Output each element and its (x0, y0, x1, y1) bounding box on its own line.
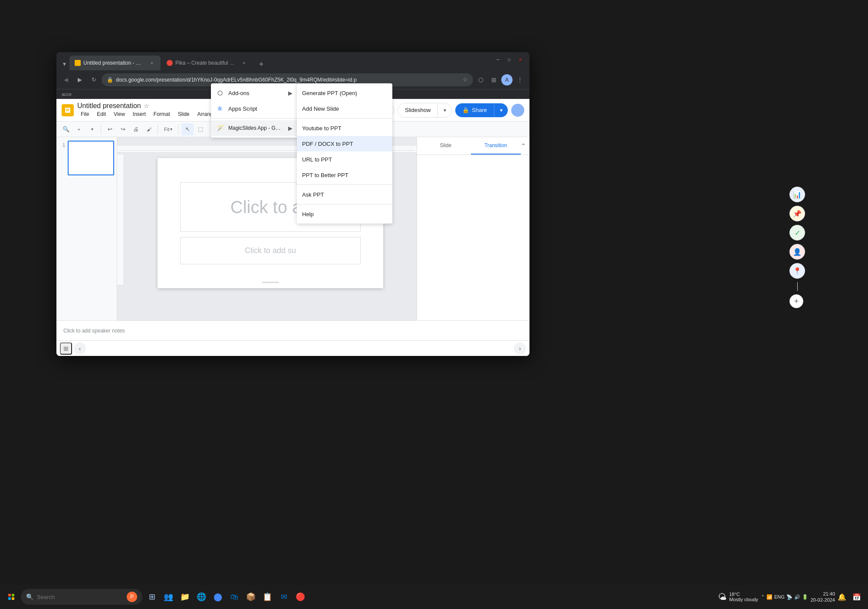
slides-tab-title: Untitled presentation - Google (83, 60, 144, 66)
url-ppt-label: URL to PPT (302, 156, 332, 163)
search-input[interactable] (37, 594, 123, 600)
slideshow-dropdown-button[interactable]: ▾ (437, 103, 451, 117)
generate-ppt-item[interactable]: Generate PPT (Open) (297, 85, 392, 101)
speaker-notes[interactable]: Click to add speaker notes (56, 320, 529, 340)
magicslides-item[interactable]: 🪄 MagicSlides App - GPT for Slides ▶ (211, 120, 298, 136)
tab-transition[interactable]: Transition (471, 137, 521, 155)
url-ppt-item[interactable]: URL to PPT (297, 151, 392, 167)
addons-label: Add-ons (228, 90, 249, 96)
taskbar-planner-icon[interactable]: 📋 (260, 589, 275, 605)
weather-temp: 18°C (729, 592, 758, 597)
tasks-icon-button[interactable]: ✓ (789, 225, 805, 240)
menu-file[interactable]: File (77, 110, 92, 119)
maps-icon-button[interactable]: 📍 (789, 263, 805, 279)
taskbar-store-icon[interactable]: 🛍 (227, 589, 242, 605)
back-button[interactable]: ◀ (60, 74, 72, 86)
acce-text: acce (62, 92, 72, 97)
split-view-button[interactable]: ⊞ (488, 74, 500, 86)
add-new-slide-label: Add New Slide (302, 105, 339, 112)
taskbar-chrome-icon[interactable]: ⬤ (210, 589, 226, 605)
grid-view-button[interactable]: ⊞ (60, 342, 72, 355)
slides-tab[interactable]: Untitled presentation - Google × (69, 56, 161, 70)
taskbar-edge-icon[interactable]: 🌐 (194, 589, 209, 605)
addons-item[interactable]: ⬡ Add-ons ▶ (211, 85, 298, 101)
keep-icon-button[interactable]: 📌 (789, 206, 805, 221)
paint-format-button[interactable]: 🖌 (143, 123, 155, 135)
menu-format[interactable]: Format (150, 110, 174, 119)
url-bar-actions: ☆ (463, 76, 468, 83)
notification-button[interactable]: 🔔 (838, 593, 846, 601)
panel-collapse-button[interactable]: ⌃ (521, 142, 526, 149)
zoom-in-button[interactable]: + (73, 123, 85, 135)
bookmark-icon[interactable]: ☆ (463, 76, 468, 83)
apps-script-label: Apps Script (228, 105, 257, 112)
reload-button[interactable]: ↻ (88, 74, 100, 86)
slideshow-button[interactable]: Slideshow (398, 103, 437, 117)
vertical-ruler (117, 155, 124, 285)
slides-nav-next[interactable]: › (514, 342, 526, 355)
apps-script-item[interactable]: A Apps Script (211, 101, 298, 116)
profile-button[interactable]: A (501, 74, 513, 86)
close-button[interactable]: × (516, 56, 524, 63)
forward-button[interactable]: ▶ (74, 74, 86, 86)
start-button[interactable] (3, 589, 19, 605)
zoom-out-button[interactable]: 🔍 (60, 123, 72, 135)
slides-logo-icon (64, 107, 71, 114)
add-new-slide-item[interactable]: Add New Slide (297, 101, 392, 116)
menu-view[interactable]: View (110, 110, 128, 119)
taskbar-teams-icon[interactable]: 👥 (161, 589, 176, 605)
toolbar-divider-2 (158, 125, 158, 134)
tab-bar-dropdown[interactable]: ▾ (60, 57, 69, 70)
extensions-button[interactable]: ⬡ (475, 74, 487, 86)
shape-tool[interactable]: ⬚ (194, 123, 207, 135)
taskbar-dropbox-icon[interactable]: 📦 (243, 589, 259, 605)
help-item[interactable]: Help (297, 206, 392, 222)
ppt-better-item[interactable]: PPT to Better PPT (297, 167, 392, 183)
zoom-dropdown-button[interactable]: ▾ (86, 123, 98, 135)
menu-slide[interactable]: Slide (174, 110, 193, 119)
weather-widget[interactable]: 🌤 18°C Mostly cloudy (718, 592, 758, 602)
taskbar-calendar-icon[interactable]: 📅 (849, 589, 865, 605)
user-avatar[interactable] (511, 104, 524, 117)
slides-logo (62, 104, 74, 116)
profile-avatar[interactable]: A (501, 74, 513, 86)
star-icon[interactable]: ☆ (144, 102, 149, 109)
taskbar-mail-icon[interactable]: ✉ (276, 589, 292, 605)
menu-edit[interactable]: Edit (93, 110, 109, 119)
magicslides-arrow: ▶ (288, 125, 293, 132)
slides-nav-prev[interactable]: ‹ (74, 342, 86, 355)
share-button[interactable]: 🔒 Share (455, 103, 494, 117)
taskbar-clock[interactable]: 21:40 20-02-2024 (811, 591, 835, 603)
fit-button[interactable]: Fit ▾ (161, 123, 176, 135)
undo-button[interactable]: ↩ (104, 123, 116, 135)
slides-icon-button[interactable]: 📊 (789, 187, 805, 202)
presentation-title[interactable]: Untitled presentation (77, 102, 141, 110)
taskbar-search[interactable]: 🔍 P (21, 589, 142, 605)
tray-up-arrow[interactable]: ⌃ (761, 594, 765, 600)
slide-subtitle-box[interactable]: Click to add su (180, 237, 361, 264)
slide-thumb-image-1[interactable] (68, 141, 114, 175)
redo-button[interactable]: ↪ (117, 123, 129, 135)
minimize-button[interactable]: − (494, 56, 502, 63)
ask-ppt-item[interactable]: Ask PPT (297, 187, 392, 202)
taskbar-chrome2-icon[interactable]: 🔴 (293, 589, 308, 605)
pika-tab[interactable]: Pika – Create beautiful screens × (161, 56, 253, 70)
youtube-ppt-item[interactable]: Youtube to PPT (297, 120, 392, 136)
print-button[interactable]: 🖨 (130, 123, 142, 135)
new-tab-button[interactable]: + (255, 58, 267, 70)
pdf-docx-item[interactable]: PDF / DOCX to PPT (297, 136, 392, 151)
taskbar-folder-icon[interactable]: 📁 (177, 589, 193, 605)
taskbar-multitask-icon[interactable]: ⊞ (144, 589, 160, 605)
submenu-divider-3 (297, 204, 392, 204)
slide-thumbnail-1[interactable]: 1 (59, 141, 114, 175)
menu-insert[interactable]: Insert (129, 110, 149, 119)
slides-tab-close[interactable]: × (148, 59, 155, 66)
cursor-tool[interactable]: ↖ (181, 123, 194, 135)
menu-button[interactable]: ⋮ (514, 74, 526, 86)
maximize-button[interactable]: ○ (505, 56, 513, 63)
share-dropdown-button[interactable]: ▾ (494, 103, 508, 117)
add-sidebar-button[interactable]: + (789, 294, 803, 308)
contacts-icon-button[interactable]: 👤 (789, 244, 805, 260)
pika-tab-close[interactable]: × (240, 59, 247, 66)
tab-slide[interactable]: Slide (421, 137, 471, 155)
